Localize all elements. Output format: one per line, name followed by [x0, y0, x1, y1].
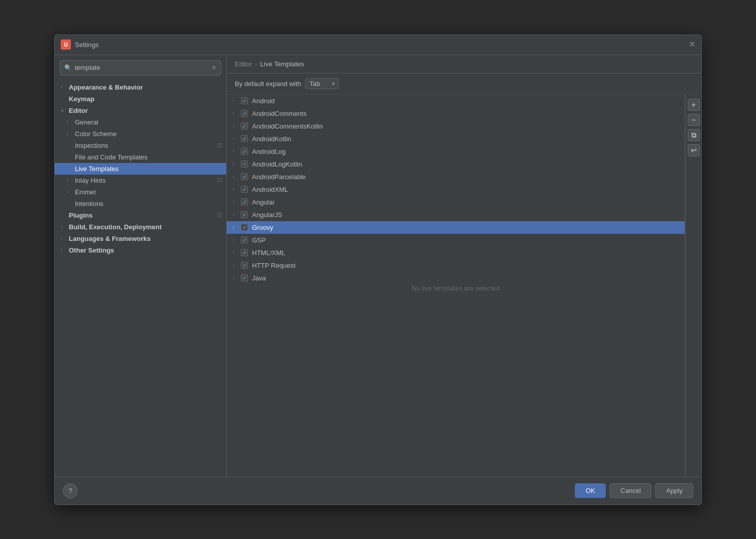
template-checkbox-htmlxml[interactable] — [241, 249, 248, 256]
template-group-label: Groovy — [252, 224, 273, 231]
expand-arrow-icon: › — [233, 98, 238, 103]
ok-button[interactable]: OK — [575, 483, 606, 498]
template-checkbox-androidkotlin[interactable] — [241, 135, 248, 142]
sidebar-item-keymap[interactable]: Keymap — [55, 93, 226, 105]
expand-arrow-icon: › — [67, 189, 72, 194]
template-checkbox-gsp[interactable] — [241, 236, 248, 243]
help-button[interactable]: ? — [63, 483, 78, 499]
remove-template-button[interactable]: − — [688, 114, 700, 126]
copy-template-button[interactable]: ⧉ — [688, 129, 700, 141]
template-group-label: AndroidKotlin — [252, 135, 291, 143]
breadcrumb-parent: Editor — [235, 60, 252, 68]
expand-select[interactable]: Tab Enter Space — [305, 78, 339, 89]
template-group-label: AndroidCommentsKotlin — [252, 122, 323, 130]
expand-arrow-icon: › — [233, 136, 238, 141]
search-box: 🔍 ✕ — [60, 60, 221, 75]
template-group-label: AndroidLogKotlin — [252, 160, 302, 168]
expand-arrow-icon: › — [233, 275, 238, 280]
template-checkbox-groovy[interactable] — [241, 224, 248, 231]
sidebar-item-appearance[interactable]: › Appearance & Behavior — [55, 81, 226, 93]
expand-arrow-icon: › — [233, 187, 238, 192]
search-input[interactable] — [75, 64, 212, 71]
template-group-angularjs[interactable]: › AngularJS — [227, 209, 685, 221]
sidebar-item-plugins[interactable]: Plugins ⊡ — [55, 210, 226, 221]
sidebar-item-general[interactable]: › General — [55, 116, 226, 128]
expand-arrow-icon: › — [233, 123, 238, 129]
title-bar: U Settings ✕ — [55, 35, 701, 55]
undo-template-button[interactable]: ↩ — [688, 144, 700, 156]
sidebar-item-editor[interactable]: ∨ Editor — [55, 105, 226, 116]
settings-icon: ⊡ — [217, 212, 222, 219]
template-checkbox-androidcommentskotlin[interactable] — [241, 122, 248, 130]
expand-arrow-icon: › — [67, 131, 72, 136]
expand-arrow-icon: › — [233, 212, 238, 217]
sidebar-item-emmet[interactable]: › Emmet — [55, 186, 226, 198]
sidebar-item-file-code-templates[interactable]: File and Code Templates — [55, 151, 226, 163]
template-checkbox-androidcomments[interactable] — [241, 110, 248, 117]
template-checkbox-httprequest[interactable] — [241, 262, 248, 269]
template-checkbox-angular[interactable] — [241, 198, 248, 205]
expand-label: By default expand with — [235, 80, 301, 88]
template-group-androidcomments[interactable]: › AndroidComments — [227, 107, 685, 120]
sidebar-item-other-settings[interactable]: › Other Settings — [55, 244, 226, 256]
add-template-button[interactable]: + — [688, 99, 700, 111]
sidebar-item-build-execution[interactable]: › Build, Execution, Deployment — [55, 221, 226, 233]
template-group-gsp[interactable]: › GSP — [227, 234, 685, 246]
sidebar-item-live-templates[interactable]: Live Templates — [55, 163, 226, 175]
template-checkbox-androidparcelable[interactable] — [241, 173, 248, 180]
sidebar-item-inspections[interactable]: Inspections ⊡ — [55, 140, 226, 151]
bottom-bar: ? OK Cancel Apply — [55, 477, 701, 505]
panel-toolbar: By default expand with Tab Enter Space ▼ — [227, 73, 701, 95]
template-group-label: GSP — [252, 236, 266, 244]
template-group-groovy[interactable]: › Groovy — [227, 221, 685, 234]
template-group-androidlog[interactable]: › AndroidLog — [227, 145, 685, 158]
expand-arrow-icon: › — [233, 263, 238, 268]
template-checkbox-androidxml[interactable] — [241, 186, 248, 193]
expand-arrow-icon: › — [233, 237, 238, 242]
template-group-androidxml[interactable]: › AndroidXML — [227, 183, 685, 196]
main-content: 🔍 ✕ › Appearance & Behavior Keymap ∨ Edi… — [55, 55, 701, 477]
search-clear-button[interactable]: ✕ — [212, 64, 217, 71]
sidebar-item-label: File and Code Templates — [75, 153, 222, 161]
template-group-angular[interactable]: › Angular — [227, 196, 685, 209]
sidebar-item-inlay-hints[interactable]: › Inlay Hints ⊡ — [55, 175, 226, 186]
template-group-androidparcelable[interactable]: › AndroidParcelable — [227, 171, 685, 183]
expand-arrow-icon: › — [233, 161, 238, 167]
expand-arrow-icon: › — [61, 85, 66, 90]
sidebar-item-color-scheme[interactable]: › Color Scheme — [55, 128, 226, 140]
template-group-android[interactable]: › Android — [227, 95, 685, 107]
sidebar-item-intentions[interactable]: Intentions — [55, 198, 226, 210]
template-checkbox-androidlog[interactable] — [241, 148, 248, 155]
sidebar-item-label: Editor — [69, 107, 222, 114]
sidebar-item-label: Plugins — [69, 212, 217, 219]
template-group-androidcommentskotlin[interactable]: › AndroidCommentsKotlin — [227, 120, 685, 133]
template-checkbox-java[interactable] — [241, 274, 248, 281]
sidebar-item-label: Keymap — [69, 95, 222, 103]
template-checkbox-angularjs[interactable] — [241, 211, 248, 218]
sidebar-item-label: General — [75, 118, 222, 126]
expand-arrow-icon: › — [233, 149, 238, 154]
app-icon: U — [61, 39, 71, 50]
empty-message: No live templates are selected — [227, 284, 685, 292]
template-group-htmlxml[interactable]: › HTML/XML — [227, 246, 685, 259]
breadcrumb: Editor › Live Templates — [227, 55, 701, 73]
apply-button[interactable]: Apply — [655, 483, 693, 498]
template-group-label: AndroidComments — [252, 110, 307, 117]
template-checkbox-androidlogkotlin[interactable] — [241, 160, 248, 168]
expand-arrow-icon: › — [67, 119, 72, 125]
template-checkbox-android[interactable] — [241, 97, 248, 104]
sidebar-item-label: Appearance & Behavior — [69, 84, 222, 91]
cancel-button[interactable]: Cancel — [610, 483, 651, 498]
sidebar-item-label: Emmet — [75, 188, 222, 196]
dialog-title: Settings — [75, 41, 99, 49]
close-button[interactable]: ✕ — [689, 40, 695, 49]
sidebar-item-label: Build, Execution, Deployment — [69, 223, 222, 231]
breadcrumb-separator: › — [255, 60, 257, 68]
template-group-label: Android — [252, 97, 275, 105]
template-group-androidkotlin[interactable]: › AndroidKotlin — [227, 133, 685, 145]
template-group-httprequest[interactable]: › HTTP Request — [227, 259, 685, 272]
template-group-label: AndroidXML — [252, 186, 288, 193]
template-group-java[interactable]: › Java — [227, 272, 685, 284]
template-group-androidlogkotlin[interactable]: › AndroidLogKotlin — [227, 158, 685, 171]
sidebar-item-languages-frameworks[interactable]: › Languages & Frameworks — [55, 233, 226, 244]
